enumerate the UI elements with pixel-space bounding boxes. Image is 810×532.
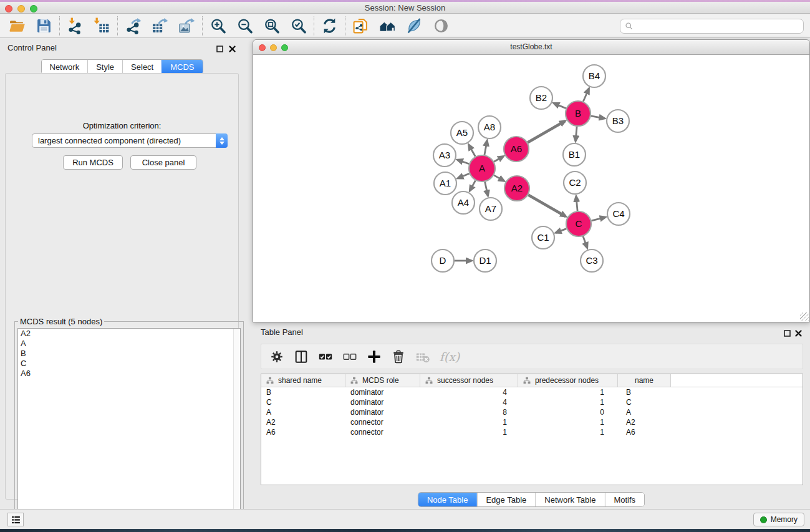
tab-network[interactable]: Network [41, 60, 87, 74]
graph-edge-C-C2[interactable] [576, 196, 577, 211]
graph-edge-A-A7[interactable] [485, 182, 488, 196]
graph-node-A6[interactable]: A6 [504, 137, 529, 162]
graph-node-B2[interactable]: B2 [530, 87, 552, 109]
graph-node-C3[interactable]: C3 [581, 249, 603, 272]
cell[interactable]: A [261, 407, 345, 417]
cell[interactable]: connector [345, 417, 420, 427]
import-network-button[interactable] [62, 16, 89, 36]
import-table-button[interactable] [89, 16, 115, 36]
graph-edge-B-B2[interactable] [554, 104, 566, 109]
cell[interactable]: 1 [420, 427, 518, 437]
table-row-a[interactable]: Adominator80A [261, 407, 803, 417]
graph-edge-B-B4[interactable] [583, 89, 589, 102]
graph-node-A7[interactable]: A7 [480, 198, 502, 220]
cell[interactable]: B [261, 387, 345, 397]
cell[interactable]: 0 [518, 407, 618, 417]
result-item-a[interactable]: A [18, 339, 240, 349]
export-image-button[interactable] [173, 16, 200, 36]
graph-node-B3[interactable]: B3 [607, 110, 629, 132]
cell[interactable]: B [618, 387, 671, 397]
cell[interactable]: 1 [518, 397, 618, 407]
graph-edge-A-A5[interactable] [469, 145, 475, 157]
tab-network-table[interactable]: Network Table [535, 493, 604, 506]
close-panel-icon[interactable] [228, 44, 236, 52]
task-history-button[interactable] [7, 513, 24, 526]
close-table-panel-icon[interactable] [794, 329, 803, 337]
tab-mcds[interactable]: MCDS [162, 60, 202, 74]
run-mcds-button[interactable]: Run MCDS [63, 155, 123, 170]
cell[interactable]: 1 [518, 387, 618, 397]
gear-button[interactable] [268, 347, 286, 366]
graph-edge-A-A3[interactable] [458, 160, 469, 163]
graph-edge-B-B3[interactable] [591, 116, 605, 118]
search-field[interactable] [620, 19, 804, 34]
cell[interactable]: 4 [420, 397, 518, 407]
column-header-successor-nodes[interactable]: successor nodes [420, 374, 518, 387]
graph-edge-A-A4[interactable] [470, 180, 476, 190]
graph-node-C1[interactable]: C1 [532, 226, 554, 249]
cell[interactable]: connector [345, 427, 420, 437]
hide-graphics-button[interactable] [401, 16, 428, 36]
column-header-name[interactable]: name [618, 374, 671, 387]
search-input[interactable] [637, 21, 803, 32]
cell[interactable]: 1 [518, 417, 618, 427]
graph-edge-A-A6[interactable] [494, 157, 503, 162]
table-row-a2[interactable]: A2connector11A2 [261, 417, 803, 427]
zoom-selected-button[interactable] [285, 16, 312, 36]
tab-node-table[interactable]: Node Table [418, 493, 477, 506]
graph-node-A2[interactable]: A2 [504, 176, 529, 201]
tab-edge-table[interactable]: Edge Table [476, 493, 535, 506]
cell[interactable]: 1 [518, 427, 618, 437]
eye-button[interactable] [428, 16, 455, 36]
cell[interactable]: C [261, 397, 345, 407]
cell[interactable]: A2 [618, 417, 671, 427]
column-selector-button[interactable] [292, 347, 311, 366]
graph-edge-A-A8[interactable] [485, 141, 487, 155]
tab-select[interactable]: Select [122, 60, 162, 74]
graph-edge-B-B1[interactable] [576, 127, 577, 141]
export-network-button[interactable] [120, 16, 147, 36]
cell[interactable]: A6 [618, 427, 671, 437]
result-item-a6[interactable]: A6 [18, 369, 240, 379]
graph-edge-C-C4[interactable] [591, 217, 605, 221]
graph-edge-C-C3[interactable] [583, 236, 587, 248]
graph-node-C4[interactable]: C4 [607, 203, 630, 225]
check-all-button[interactable] [316, 347, 335, 366]
column-header-shared-name[interactable]: shared name [261, 374, 345, 387]
cell[interactable]: A2 [261, 417, 345, 427]
table-row-c[interactable]: Cdominator41C [261, 397, 803, 407]
tab-motifs[interactable]: Motifs [604, 493, 644, 506]
cell[interactable]: dominator [345, 387, 420, 397]
graph-node-A4[interactable]: A4 [452, 191, 475, 214]
cell[interactable]: 4 [420, 387, 518, 397]
result-item-c[interactable]: C [18, 359, 240, 369]
graph-node-D1[interactable]: D1 [474, 249, 496, 272]
zoom-in-button[interactable] [205, 16, 231, 36]
delete-row-button[interactable] [389, 347, 408, 366]
close-panel-button[interactable]: Close panel [130, 155, 196, 170]
clone-network-button[interactable] [347, 16, 374, 36]
graph-edge-A-A2[interactable] [494, 175, 504, 181]
refresh-button[interactable] [316, 16, 343, 36]
network-window-titlebar[interactable]: testGlobe.txt [253, 40, 809, 55]
graph-node-A[interactable]: A [469, 155, 495, 181]
table-row-b[interactable]: Bdominator41B [261, 387, 803, 397]
network-canvas[interactable]: A A6 A2 B C A1 A3 A4 A5 A7 A8 B1 B2 [253, 55, 809, 322]
export-table-button[interactable] [147, 16, 173, 36]
graph-node-C[interactable]: C [566, 211, 591, 236]
graph-edge-A-A1[interactable] [458, 173, 469, 178]
graph-edge-A2-C[interactable] [528, 195, 566, 217]
add-row-button[interactable] [365, 347, 383, 366]
result-list-scrollbar[interactable] [233, 329, 240, 529]
uncheck-all-button[interactable] [340, 347, 359, 366]
cell[interactable]: 8 [420, 407, 518, 417]
open-session-button[interactable] [4, 16, 31, 36]
graph-edge-C-C1[interactable] [556, 229, 567, 233]
graph-node-A8[interactable]: A8 [478, 116, 501, 138]
graph-node-B[interactable]: B [566, 101, 591, 126]
tab-style[interactable]: Style [87, 60, 122, 74]
window-resize-grip[interactable] [800, 312, 809, 321]
cell[interactable]: A [618, 407, 671, 417]
graph-node-A3[interactable]: A3 [433, 144, 456, 167]
graph-node-A5[interactable]: A5 [451, 122, 473, 144]
